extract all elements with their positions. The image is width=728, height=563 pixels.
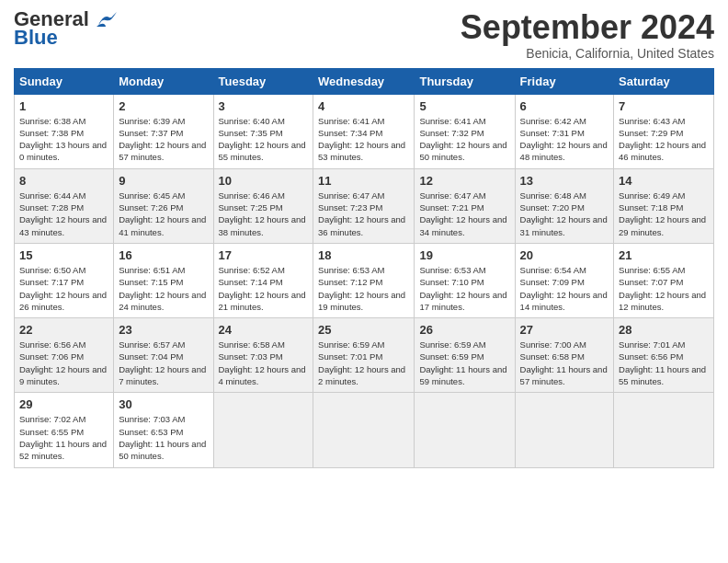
day-info: Sunrise: 6:47 AM Sunset: 7:21 PM Dayligh… (419, 190, 509, 238)
empty-cell (515, 393, 613, 467)
header: General Blue September 2024 Benicia, Cal… (14, 9, 714, 61)
day-cell-19: 19 Sunrise: 6:53 AM Sunset: 7:10 PM Dayl… (415, 243, 515, 317)
day-number: 4 (318, 99, 409, 113)
day-info: Sunrise: 6:54 AM Sunset: 7:09 PM Dayligh… (520, 264, 609, 313)
day-cell-12: 12 Sunrise: 6:47 AM Sunset: 7:21 PM Dayl… (415, 168, 515, 243)
day-number: 11 (318, 174, 409, 188)
weekday-header-saturday: Saturday (614, 68, 714, 94)
logo-bird-icon (97, 12, 117, 29)
day-number: 15 (19, 248, 108, 262)
day-number: 1 (19, 99, 108, 113)
day-info: Sunrise: 6:47 AM Sunset: 7:23 PM Dayligh… (318, 190, 409, 238)
day-cell-2: 2 Sunrise: 6:39 AM Sunset: 7:37 PM Dayli… (114, 94, 213, 168)
day-info: Sunrise: 7:02 AM Sunset: 6:55 PM Dayligh… (19, 413, 108, 462)
day-number: 10 (219, 174, 309, 188)
day-cell-9: 9 Sunrise: 6:45 AM Sunset: 7:26 PM Dayli… (114, 168, 213, 243)
logo: General Blue (14, 9, 117, 50)
day-number: 5 (419, 99, 509, 113)
day-cell-30: 30 Sunrise: 7:03 AM Sunset: 6:53 PM Dayl… (114, 393, 213, 467)
day-cell-8: 8 Sunrise: 6:44 AM Sunset: 7:28 PM Dayli… (15, 168, 114, 243)
day-info: Sunrise: 6:39 AM Sunset: 7:37 PM Dayligh… (119, 115, 208, 164)
weekday-header-thursday: Thursday (415, 68, 515, 94)
day-cell-22: 22 Sunrise: 6:56 AM Sunset: 7:06 PM Dayl… (15, 318, 114, 393)
day-cell-20: 20 Sunrise: 6:54 AM Sunset: 7:09 PM Dayl… (515, 243, 613, 317)
day-number: 12 (419, 174, 509, 188)
weekday-header-monday: Monday (114, 68, 213, 94)
day-number: 17 (219, 248, 309, 262)
day-cell-21: 21 Sunrise: 6:55 AM Sunset: 7:07 PM Dayl… (614, 243, 714, 317)
day-number: 21 (619, 248, 709, 262)
logo-blue: Blue (14, 26, 58, 49)
day-cell-14: 14 Sunrise: 6:49 AM Sunset: 7:18 PM Dayl… (614, 168, 714, 243)
calendar-week-5: 29 Sunrise: 7:02 AM Sunset: 6:55 PM Dayl… (15, 393, 714, 467)
day-cell-1: 1 Sunrise: 6:38 AM Sunset: 7:38 PM Dayli… (15, 94, 114, 168)
day-cell-23: 23 Sunrise: 6:57 AM Sunset: 7:04 PM Dayl… (114, 318, 213, 393)
day-number: 16 (119, 248, 208, 262)
weekday-header-tuesday: Tuesday (213, 68, 313, 94)
day-number: 23 (119, 323, 208, 337)
day-cell-16: 16 Sunrise: 6:51 AM Sunset: 7:15 PM Dayl… (114, 243, 213, 317)
day-cell-29: 29 Sunrise: 7:02 AM Sunset: 6:55 PM Dayl… (15, 393, 114, 467)
calendar-week-3: 15 Sunrise: 6:50 AM Sunset: 7:17 PM Dayl… (15, 243, 714, 317)
day-cell-17: 17 Sunrise: 6:52 AM Sunset: 7:14 PM Dayl… (213, 243, 313, 317)
day-info: Sunrise: 6:58 AM Sunset: 7:03 PM Dayligh… (219, 339, 309, 387)
month-title: September 2024 (461, 9, 714, 46)
day-cell-4: 4 Sunrise: 6:41 AM Sunset: 7:34 PM Dayli… (313, 94, 415, 168)
weekday-header-wednesday: Wednesday (313, 68, 415, 94)
day-info: Sunrise: 6:57 AM Sunset: 7:04 PM Dayligh… (119, 339, 208, 387)
day-info: Sunrise: 6:41 AM Sunset: 7:32 PM Dayligh… (419, 115, 509, 164)
day-info: Sunrise: 6:44 AM Sunset: 7:28 PM Dayligh… (19, 190, 108, 238)
weekday-header-friday: Friday (515, 68, 613, 94)
day-cell-7: 7 Sunrise: 6:43 AM Sunset: 7:29 PM Dayli… (614, 94, 714, 168)
day-cell-5: 5 Sunrise: 6:41 AM Sunset: 7:32 PM Dayli… (415, 94, 515, 168)
day-cell-24: 24 Sunrise: 6:58 AM Sunset: 7:03 PM Dayl… (213, 318, 313, 393)
empty-cell (313, 393, 415, 467)
calendar-week-1: 1 Sunrise: 6:38 AM Sunset: 7:38 PM Dayli… (15, 94, 714, 168)
day-cell-11: 11 Sunrise: 6:47 AM Sunset: 7:23 PM Dayl… (313, 168, 415, 243)
location: Benicia, California, United States (461, 46, 714, 61)
day-cell-3: 3 Sunrise: 6:40 AM Sunset: 7:35 PM Dayli… (213, 94, 313, 168)
day-info: Sunrise: 6:52 AM Sunset: 7:14 PM Dayligh… (219, 264, 309, 313)
day-info: Sunrise: 6:51 AM Sunset: 7:15 PM Dayligh… (119, 264, 208, 313)
day-info: Sunrise: 6:53 AM Sunset: 7:12 PM Dayligh… (318, 264, 409, 313)
day-info: Sunrise: 6:59 AM Sunset: 7:01 PM Dayligh… (318, 339, 409, 387)
day-number: 19 (419, 248, 509, 262)
day-number: 8 (19, 174, 108, 188)
weekday-header-sunday: Sunday (15, 68, 114, 94)
day-info: Sunrise: 6:59 AM Sunset: 6:59 PM Dayligh… (419, 339, 509, 387)
day-info: Sunrise: 6:42 AM Sunset: 7:31 PM Dayligh… (520, 115, 609, 164)
calendar: SundayMondayTuesdayWednesdayThursdayFrid… (14, 68, 714, 468)
day-number: 13 (520, 174, 609, 188)
day-info: Sunrise: 7:00 AM Sunset: 6:58 PM Dayligh… (520, 339, 609, 387)
day-cell-10: 10 Sunrise: 6:46 AM Sunset: 7:25 PM Dayl… (213, 168, 313, 243)
day-number: 27 (520, 323, 609, 337)
day-number: 18 (318, 248, 409, 262)
day-info: Sunrise: 6:41 AM Sunset: 7:34 PM Dayligh… (318, 115, 409, 164)
day-info: Sunrise: 6:53 AM Sunset: 7:10 PM Dayligh… (419, 264, 509, 313)
day-info: Sunrise: 6:46 AM Sunset: 7:25 PM Dayligh… (219, 190, 309, 238)
day-cell-13: 13 Sunrise: 6:48 AM Sunset: 7:20 PM Dayl… (515, 168, 613, 243)
day-number: 3 (219, 99, 309, 113)
calendar-week-2: 8 Sunrise: 6:44 AM Sunset: 7:28 PM Dayli… (15, 168, 714, 243)
day-cell-28: 28 Sunrise: 7:01 AM Sunset: 6:56 PM Dayl… (614, 318, 714, 393)
title-area: September 2024 Benicia, California, Unit… (461, 9, 714, 61)
day-info: Sunrise: 6:40 AM Sunset: 7:35 PM Dayligh… (219, 115, 309, 164)
weekday-header-row: SundayMondayTuesdayWednesdayThursdayFrid… (15, 68, 714, 94)
empty-cell (614, 393, 714, 467)
day-info: Sunrise: 7:01 AM Sunset: 6:56 PM Dayligh… (619, 339, 709, 387)
day-info: Sunrise: 6:56 AM Sunset: 7:06 PM Dayligh… (19, 339, 108, 387)
day-number: 22 (19, 323, 108, 337)
day-info: Sunrise: 6:38 AM Sunset: 7:38 PM Dayligh… (19, 115, 108, 164)
day-cell-18: 18 Sunrise: 6:53 AM Sunset: 7:12 PM Dayl… (313, 243, 415, 317)
day-number: 2 (119, 99, 208, 113)
day-info: Sunrise: 6:45 AM Sunset: 7:26 PM Dayligh… (119, 190, 208, 238)
day-cell-25: 25 Sunrise: 6:59 AM Sunset: 7:01 PM Dayl… (313, 318, 415, 393)
day-number: 9 (119, 174, 208, 188)
day-info: Sunrise: 6:43 AM Sunset: 7:29 PM Dayligh… (619, 115, 709, 164)
day-number: 6 (520, 99, 609, 113)
day-number: 25 (318, 323, 409, 337)
day-number: 29 (19, 397, 108, 411)
day-info: Sunrise: 6:49 AM Sunset: 7:18 PM Dayligh… (619, 190, 709, 238)
day-number: 7 (619, 99, 709, 113)
day-cell-15: 15 Sunrise: 6:50 AM Sunset: 7:17 PM Dayl… (15, 243, 114, 317)
